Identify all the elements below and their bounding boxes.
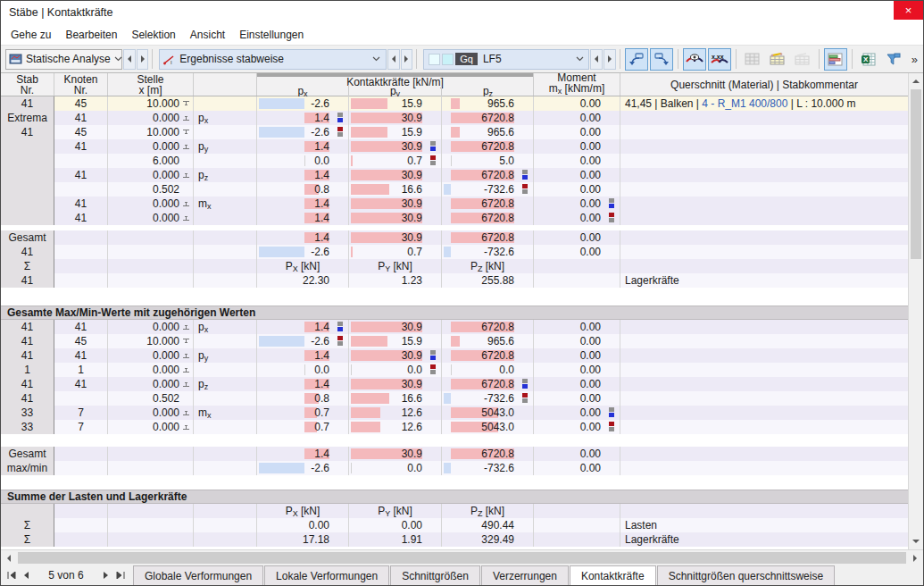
first-page-button[interactable] — [4, 567, 19, 583]
cell-pz[interactable]: 965.6 — [442, 334, 534, 348]
cell-comment[interactable] — [620, 406, 908, 420]
cell-comment[interactable] — [620, 447, 908, 461]
scroll-up-icon[interactable] — [909, 73, 923, 88]
cell-component-label[interactable] — [194, 447, 257, 461]
cell-py[interactable]: 30.9 — [349, 168, 442, 182]
cell-py[interactable]: 12.6 — [349, 420, 442, 434]
decimal-places-button[interactable]: x.xx — [708, 48, 731, 71]
cell-mx[interactable]: 0.00 — [534, 363, 620, 377]
cell-stab-nr[interactable]: 41 — [1, 273, 54, 288]
vertical-scroll-thumb[interactable] — [911, 89, 921, 259]
cell-comment[interactable] — [620, 168, 908, 182]
cell-py[interactable]: 16.6 — [349, 182, 442, 197]
cell-comment[interactable] — [620, 504, 908, 518]
cell-py[interactable]: 15.9 — [349, 96, 442, 111]
results-next-button[interactable] — [401, 49, 413, 70]
cell-comment[interactable] — [620, 259, 908, 273]
header-px[interactable]: px — [257, 85, 349, 96]
cell-stab-nr[interactable] — [1, 168, 54, 182]
cell-knoten-nr[interactable]: 41 — [54, 168, 108, 182]
cell-knoten-nr[interactable] — [54, 391, 108, 406]
cell-px[interactable]: PX [kN] — [257, 504, 349, 518]
cell-stelle-x[interactable]: 0.000 — [108, 348, 194, 363]
cell-mx[interactable]: 0.00 — [534, 168, 620, 182]
cell-px[interactable]: 0.8 — [257, 182, 349, 197]
analysis-prev-button[interactable] — [123, 49, 136, 70]
cell-knoten-nr[interactable] — [54, 518, 108, 532]
cell-mx[interactable] — [534, 518, 620, 532]
cell-stab-nr[interactable]: Gesamt — [1, 230, 54, 245]
cell-knoten-nr[interactable]: 7 — [54, 420, 108, 434]
cell-knoten-nr[interactable]: 45 — [54, 334, 108, 348]
cell-stelle-x[interactable] — [108, 259, 194, 273]
cell-mx[interactable]: 0.00 — [534, 320, 620, 334]
cell-comment[interactable] — [620, 125, 908, 139]
menu-item-einstellungen[interactable]: Einstellungen — [232, 26, 311, 44]
prev-page-button[interactable] — [19, 567, 33, 583]
cell-mx[interactable]: 0.00 — [534, 391, 620, 406]
cell-comment[interactable] — [620, 230, 908, 245]
cell-stab-nr[interactable] — [1, 197, 54, 211]
cell-py[interactable]: 0.7 — [349, 245, 442, 259]
cell-stab-nr[interactable]: 41 — [1, 245, 54, 259]
cell-pz[interactable]: -732.6 — [442, 245, 534, 259]
cell-py[interactable]: 30.9 — [349, 320, 442, 334]
cell-component-label[interactable] — [194, 334, 257, 348]
close-button[interactable]: × — [894, 1, 923, 20]
cell-stab-nr[interactable]: 41 — [1, 348, 54, 363]
cell-stab-nr[interactable] — [1, 504, 54, 518]
cell-knoten-nr[interactable] — [54, 182, 108, 197]
cell-py[interactable]: 30.9 — [349, 377, 442, 391]
cell-py[interactable]: 15.9 — [349, 125, 442, 139]
cell-knoten-nr[interactable] — [54, 154, 108, 168]
cell-pz[interactable]: -732.6 — [442, 461, 534, 475]
cell-mx[interactable]: 0.00 — [534, 125, 620, 139]
tab-schnittgroeßen-querschnittsweise[interactable]: Schnittgrößen querschnittsweise — [657, 565, 835, 585]
tab-verzerrungen[interactable]: Verzerrungen — [481, 565, 569, 585]
cell-mx[interactable]: 0.00 — [534, 111, 620, 125]
cell-knoten-nr[interactable] — [54, 245, 108, 259]
cell-knoten-nr[interactable]: 1 — [54, 363, 108, 377]
cell-component-label[interactable]: mx — [194, 197, 257, 211]
cell-mx[interactable]: 0.00 — [534, 245, 620, 259]
cell-knoten-nr[interactable]: 41 — [54, 348, 108, 363]
cell-pz[interactable]: 329.49 — [442, 532, 534, 547]
scroll-left-icon[interactable] — [1, 550, 16, 565]
menu-item-ansicht[interactable]: Ansicht — [183, 26, 232, 44]
cell-stab-nr[interactable] — [1, 182, 54, 197]
header-kontaktkraefte-group[interactable]: Kontaktkräfte [kN/m]pxpypz — [257, 73, 534, 96]
menu-item-gehe-zu[interactable]: Gehe zu — [4, 26, 58, 44]
cell-mx[interactable]: 0.00 — [534, 447, 620, 461]
cell-stab-nr[interactable] — [1, 211, 54, 225]
chevron-down-icon[interactable] — [114, 53, 122, 65]
cell-knoten-nr[interactable] — [54, 447, 108, 461]
cell-comment[interactable] — [620, 420, 908, 434]
cell-px[interactable]: 1.4 — [257, 320, 349, 334]
cell-comment[interactable] — [620, 377, 908, 391]
cell-pz[interactable]: 6720.8 — [442, 230, 534, 245]
analysis-combo[interactable]: Statische Analyse — [5, 49, 122, 70]
cell-pz[interactable]: 0.0 — [442, 363, 534, 377]
cell-stelle-x[interactable] — [108, 230, 194, 245]
cell-comment[interactable] — [620, 139, 908, 154]
cell-px[interactable]: 1.4 — [257, 447, 349, 461]
cell-pz[interactable]: PZ [kN] — [442, 504, 534, 518]
cell-px[interactable]: 0.7 — [257, 420, 349, 434]
tab-schnittgroeßen[interactable]: Schnittgrößen — [390, 565, 480, 585]
cell-py[interactable]: 30.9 — [349, 111, 442, 125]
cell-comment[interactable] — [620, 111, 908, 125]
cell-comment[interactable] — [620, 197, 908, 211]
next-page-button[interactable] — [99, 567, 113, 583]
cell-stab-nr[interactable]: 41 — [1, 125, 54, 139]
tab-lokale-verformungen[interactable]: Lokale Verformungen — [264, 565, 389, 585]
cell-px[interactable]: 1.4 — [257, 139, 349, 154]
cell-stab-nr[interactable] — [1, 154, 54, 168]
cell-stab-nr[interactable]: Σ — [1, 259, 54, 273]
cell-knoten-nr[interactable]: 41 — [54, 320, 108, 334]
cell-stab-nr[interactable]: Gesamt — [1, 447, 54, 461]
cell-stelle-x[interactable]: 0.502 — [108, 391, 194, 406]
cell-component-label[interactable]: pz — [194, 377, 257, 391]
cell-knoten-nr[interactable]: 45 — [54, 96, 108, 111]
menu-item-selektion[interactable]: Selektion — [124, 26, 182, 44]
cell-px[interactable]: 0.0 — [257, 363, 349, 377]
